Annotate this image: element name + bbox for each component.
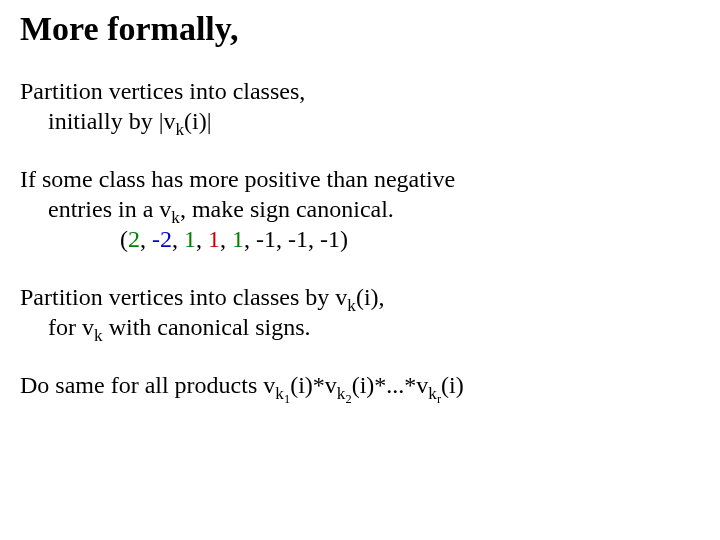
paragraph-3: Partition vertices into classes by vk(i)…	[20, 282, 700, 342]
p3-l2a: for v	[48, 314, 94, 340]
seq-s4: ,	[220, 226, 232, 252]
seq-s7: ,	[308, 226, 320, 252]
seq-v7: -1	[288, 226, 308, 252]
p1-line1: Partition vertices into classes,	[20, 78, 305, 104]
paragraph-1: Partition vertices into classes, initial…	[20, 76, 700, 136]
seq-open: (	[120, 226, 128, 252]
p3-l1b: (i),	[356, 284, 385, 310]
slide-title: More formally,	[20, 10, 700, 48]
seq-v5: 1	[232, 226, 244, 252]
seq-s2: ,	[172, 226, 184, 252]
p1-l2a: initially by |v	[48, 108, 175, 134]
p3-line2: for vk with canonical signs.	[20, 312, 700, 342]
seq-v1: 2	[128, 226, 140, 252]
p1-line2: initially by |vk(i)|	[20, 106, 700, 136]
p1-l2-sub: k	[175, 120, 184, 139]
paragraph-2: If some class has more positive than neg…	[20, 164, 700, 254]
slide: More formally, Partition vertices into c…	[0, 0, 720, 448]
p2-sequence: (2, -2, 1, 1, 1, -1, -1, -1)	[20, 224, 700, 254]
p4-s3a: k	[428, 384, 437, 403]
seq-v3: 1	[184, 226, 196, 252]
p4-s3: kr	[428, 384, 441, 403]
p4-s2: k2	[337, 384, 352, 403]
p3-l2-sub: k	[94, 326, 103, 345]
p3-l2b: with canonical signs.	[103, 314, 311, 340]
p4-a: Do same for all products v	[20, 372, 275, 398]
seq-v6: -1	[256, 226, 276, 252]
seq-v8: -1	[320, 226, 340, 252]
p3-l1a: Partition vertices into classes by v	[20, 284, 347, 310]
p4-s1a: k	[275, 384, 284, 403]
p2-l2a: entries in a v	[48, 196, 171, 222]
paragraph-4: Do same for all products vk1(i)*vk2(i)*.…	[20, 370, 700, 400]
seq-s3: ,	[196, 226, 208, 252]
seq-s6: ,	[276, 226, 288, 252]
p4-s1: k1	[275, 384, 290, 403]
seq-s5: ,	[244, 226, 256, 252]
p4-b: (i)*v	[290, 372, 337, 398]
seq-close: )	[340, 226, 348, 252]
p2-line1: If some class has more positive than neg…	[20, 166, 455, 192]
seq-v2: -2	[152, 226, 172, 252]
p2-l2b: , make sign canonical.	[180, 196, 394, 222]
p4-d: (i)	[441, 372, 464, 398]
seq-s1: ,	[140, 226, 152, 252]
p4-c: (i)*...*v	[352, 372, 429, 398]
p2-line2: entries in a vk, make sign canonical.	[20, 194, 700, 224]
seq-v4: 1	[208, 226, 220, 252]
p3-l1-sub: k	[347, 296, 356, 315]
p1-l2b: (i)|	[184, 108, 211, 134]
